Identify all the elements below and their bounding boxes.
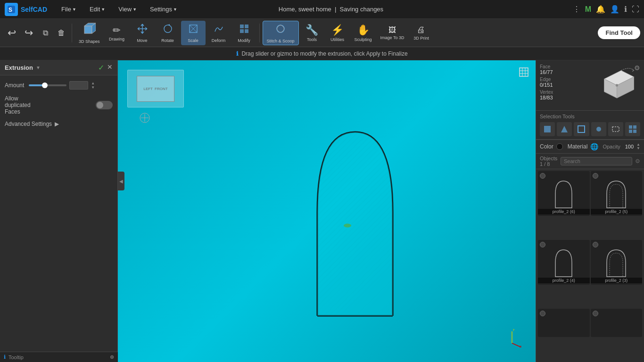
tooltip-action-icon[interactable]: ⊕ [110,354,114,360]
object-check-5 [540,311,545,316]
object-check-2 [593,173,598,179]
undo-button[interactable]: ↩ [4,21,20,45]
color-picker-button[interactable] [556,143,563,150]
app-name: SelfCAD [21,6,47,13]
logo[interactable]: S SelfCAD [5,3,47,16]
menu-file[interactable]: File ▼ [58,4,80,15]
image-to-3d-icon: 🖼 [388,26,396,34]
redo-button[interactable]: ↪ [21,21,37,45]
svg-text:S: S [8,7,12,13]
top-right-icons: ⋮ M 🔔 👤 ℹ ⛶ [573,5,639,14]
advanced-settings-row[interactable]: Advanced Settings ▶ [5,121,113,127]
select-rect-button[interactable] [608,122,623,136]
deform-icon [213,23,224,37]
svg-text:Y: Y [512,329,515,332]
viewport[interactable]: LEFT FRONT [118,60,536,362]
image-to-3d-button[interactable]: 🖼 Image To 3D [377,21,408,45]
modify-button[interactable]: Modify [232,21,256,45]
object-name-2: profile_2 (5) [591,209,643,214]
grid-toggle-button[interactable] [519,67,528,79]
selection-tools-section: Selection Tools [536,111,644,140]
find-tool-button[interactable]: Find Tool [598,26,640,39]
utilities-button[interactable]: ⚡ Utilities [325,21,350,45]
fullscreen-icon[interactable]: ⛶ [632,5,639,14]
tools-button[interactable]: 🔧 Tools [300,21,324,45]
stepper-up-icon[interactable]: ▲▼ [91,81,95,90]
object-thumbnail-6[interactable] [591,309,643,337]
info-icon: ℹ [236,50,239,57]
copy-button[interactable]: ⧉ [38,21,53,45]
select-face-button[interactable] [557,122,572,136]
face-value: 16/77 [540,69,553,75]
menu-edit[interactable]: Edit ▼ [86,4,109,15]
object-thumbnail-2[interactable]: profile_2 (5) [591,171,643,216]
toolbar-separator-1 [72,24,72,42]
close-panel-button[interactable]: ✕ [107,63,113,72]
objects-gear-icon[interactable]: ⚙ [635,158,640,165]
3d-arch-object [308,118,402,325]
m-badge-icon[interactable]: M [585,5,591,14]
panel-content: Amount -20 ▲▼ Allow duplicated Faces [0,75,117,362]
select-edge-button[interactable] [574,122,589,136]
svg-rect-13 [520,68,528,76]
modify-icon [239,23,250,37]
opacity-label: Opacity [603,144,620,149]
vertex-stat: Vertex 18/83 [540,90,553,100]
opacity-stepper[interactable]: ▲ ▼ [636,143,640,150]
notification-icon[interactable]: 🔔 [596,5,605,14]
user-icon[interactable]: 👤 [610,5,619,14]
share-icon[interactable]: ⋮ [573,5,580,14]
svg-text:X: X [520,345,521,348]
compass-icon[interactable] [139,112,150,123]
slider-container: -20 ▲▼ [29,81,113,90]
rotate-button[interactable]: Rotate [156,21,180,45]
edge-label: Edge [540,77,553,82]
svg-point-11 [277,25,284,33]
menu-view[interactable]: View ▼ [115,4,140,15]
selection-tools-row [540,122,640,136]
move-button[interactable]: Move [130,21,155,45]
delete-button[interactable]: 🗑 [54,21,69,45]
objects-search-input[interactable] [561,157,632,165]
redo-icon: ↪ [25,27,33,39]
app-logo-icon: S [5,3,18,16]
amount-slider[interactable] [29,84,66,86]
object-thumbnail-1[interactable]: profile_2 (6) [538,171,590,216]
svg-rect-35 [578,126,585,132]
info-circle-icon[interactable]: ℹ [624,5,627,14]
drawing-icon: ✏ [113,25,121,36]
mini-map-box: LEFT FRONT [137,76,174,102]
amount-input[interactable]: -20 [69,81,88,90]
shapes-3d-button[interactable]: 3D Shapes [75,21,104,45]
sculpting-button[interactable]: ✋ Sculpting [351,21,376,45]
select-object-button[interactable] [540,122,555,136]
material-globe-icon[interactable]: 🌐 [590,143,598,150]
print-3d-button[interactable]: 🖨 3D Print [409,21,433,45]
menu-settings[interactable]: Settings ▼ [146,4,181,15]
amount-label: Amount [5,82,24,89]
scale-icon [188,23,199,37]
collapse-left-panel-button[interactable]: ◀ [118,172,124,190]
confirm-button[interactable]: ✓ [98,63,104,72]
3d-cube-widget[interactable] [598,64,640,107]
scale-button[interactable]: Scale [181,21,206,45]
drawing-button[interactable]: ✏ Drawing [105,21,129,45]
project-title: Home, sweet home | Saving changes [279,6,383,13]
deform-button[interactable]: Deform [206,21,231,45]
object-thumbnail-5[interactable] [538,309,590,337]
chevron-right-icon: ▶ [55,121,59,127]
allow-duplicated-toggle[interactable] [96,101,113,109]
object-thumbnail-4[interactable]: profile_2 (3) [591,240,643,285]
panel-header: Extrusion ▼ ✓ ✕ [0,60,117,75]
material-label: Material [568,143,588,150]
select-vertex-button[interactable] [591,122,606,136]
object-thumbnail-3[interactable]: profile_2 (4) [538,240,590,285]
center-object [343,223,352,230]
axis-indicator: Y X [503,329,521,348]
cube-icon [83,22,96,38]
select-all-button[interactable] [625,122,640,136]
trash-icon: 🗑 [58,29,65,37]
panel-header-icons: ✓ ✕ [98,63,113,72]
stitch-scoop-button[interactable]: Stitch & Scoop [263,21,299,45]
object-check-1 [540,173,545,179]
